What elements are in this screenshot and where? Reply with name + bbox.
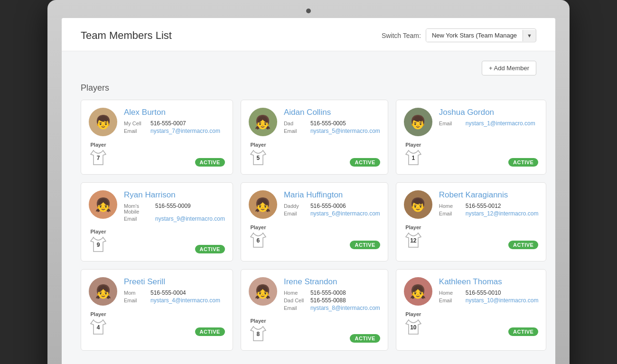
jersey: 8	[249, 325, 268, 343]
contact-row: Dad 516-555-0005	[284, 120, 380, 127]
contact-phone: 516-555-0010	[466, 289, 501, 296]
contact-label: Home	[439, 203, 463, 209]
contact-label: Email	[439, 121, 463, 126]
card-bottom: Player 9 ACTIVE	[89, 229, 225, 253]
avatar: 👧	[249, 108, 277, 136]
contact-info: Email nystars_1@intermacro.com	[439, 120, 535, 127]
status-badge: ACTIVE	[195, 158, 225, 167]
contact-email: nystars_6@intermacro.com	[310, 210, 380, 217]
member-card[interactable]: 👧 Kathleen Thomas Home 516-555-0010 Emai…	[396, 269, 547, 351]
member-card[interactable]: 👦 Robert Karagiannis Home 516-555-0012 E…	[396, 182, 547, 261]
player-section: Player 10	[404, 311, 423, 336]
contact-info: Home 516-555-0008 Dad Cell 516-555-0088 …	[284, 289, 380, 311]
member-info: Irene Strandon Home 516-555-0008 Dad Cel…	[284, 277, 380, 312]
card-bottom: Player 12 ACTIVE	[404, 224, 539, 249]
contact-label: Email	[284, 211, 308, 216]
switch-team-area: Switch Team: New York Stars (Team Manage…	[382, 28, 536, 42]
member-name[interactable]: Preeti Serill	[124, 277, 220, 287]
player-section: Player 6	[249, 224, 268, 249]
member-info: Alex Burton My Cell 516-555-0007 Email n…	[124, 108, 220, 135]
status-badge: ACTIVE	[508, 327, 538, 336]
member-card[interactable]: 👦 Joshua Gordon Email nystars_1@intermac…	[396, 100, 547, 175]
member-card[interactable]: 👧 Ryan Harrison Mom'sMobile 516-555-0009…	[81, 182, 233, 261]
members-grid: 👦 Alex Burton My Cell 516-555-0007 Email…	[81, 100, 536, 351]
contact-info: My Cell 516-555-0007 Email nystars_7@int…	[124, 120, 220, 134]
card-top: 👧 Ryan Harrison Mom'sMobile 516-555-0009…	[89, 190, 225, 223]
contact-row: Email nystars_10@intermacro.com	[439, 297, 539, 304]
avatar: 👧	[249, 277, 277, 306]
member-name[interactable]: Aidan Collins	[284, 108, 380, 117]
contact-info: Mom'sMobile 516-555-0009 Email nystars_9…	[124, 203, 225, 222]
player-section: Player 4	[89, 311, 108, 336]
status-badge: ACTIVE	[350, 334, 380, 343]
players-section-title: Players	[81, 83, 536, 93]
avatar: 👦	[89, 108, 117, 136]
card-bottom: Player 6 ACTIVE	[249, 224, 380, 249]
contact-email: nystars_7@intermacro.com	[150, 128, 220, 134]
member-name[interactable]: Ryan Harrison	[124, 190, 225, 200]
toolbar: + Add Member	[81, 61, 536, 75]
status-badge: ACTIVE	[195, 245, 225, 253]
member-name[interactable]: Maria Huffington	[284, 190, 380, 200]
status-badge: ACTIVE	[350, 158, 380, 167]
player-label: Player	[90, 311, 106, 317]
card-bottom: Player 4 ACTIVE	[89, 311, 225, 336]
member-card[interactable]: 👧 Aidan Collins Dad 516-555-0005 Email n…	[241, 100, 388, 175]
jersey: 1	[404, 149, 423, 167]
contact-email: nystars_5@intermacro.com	[310, 128, 380, 134]
contact-phone: 516-555-0009	[155, 203, 191, 209]
contact-row: My Cell 516-555-0007	[124, 120, 220, 127]
jersey-number: 5	[257, 155, 260, 161]
member-card[interactable]: 👧 Irene Strandon Home 516-555-0008 Dad C…	[241, 269, 388, 351]
contact-label: Dad Cell	[284, 298, 308, 303]
contact-label: Home	[439, 290, 463, 296]
member-name[interactable]: Alex Burton	[124, 108, 220, 117]
contact-label: Email	[439, 211, 463, 216]
contact-label: Email	[124, 216, 152, 222]
player-label: Player	[250, 318, 266, 324]
switch-team-dropdown[interactable]: New York Stars (Team Manage ▼	[426, 28, 536, 42]
chevron-down-icon: ▼	[523, 30, 536, 41]
card-top: 👦 Joshua Gordon Email nystars_1@intermac…	[404, 108, 539, 136]
member-card[interactable]: 👧 Maria Huffington Daddy 516-555-0006 Em…	[241, 182, 388, 261]
status-badge: ACTIVE	[508, 158, 538, 167]
contact-row: Email nystars_7@intermacro.com	[124, 128, 220, 134]
jersey: 12	[404, 231, 423, 249]
add-member-button[interactable]: + Add Member	[482, 61, 536, 75]
contact-row: Email nystars_1@intermacro.com	[439, 120, 535, 127]
contact-info: Mom 516-555-0004 Email nystars_4@interma…	[124, 289, 220, 304]
contact-email: nystars_10@intermacro.com	[466, 297, 539, 304]
jersey: 9	[89, 235, 108, 253]
contact-row: Home 516-555-0008	[284, 289, 380, 296]
card-bottom: Player 8 ACTIVE	[249, 318, 380, 343]
contact-row: Mom'sMobile 516-555-0009	[124, 203, 225, 215]
player-label: Player	[405, 224, 421, 230]
card-bottom: Player 5 ACTIVE	[249, 142, 380, 167]
contact-email: nystars_9@intermacro.com	[155, 215, 225, 222]
contact-label: Mom'sMobile	[124, 203, 152, 215]
avatar: 👦	[404, 108, 432, 136]
card-top: 👧 Preeti Serill Mom 516-555-0004 Email n…	[89, 277, 225, 306]
player-label: Player	[250, 142, 266, 148]
member-info: Aidan Collins Dad 516-555-0005 Email nys…	[284, 108, 380, 135]
card-top: 👧 Kathleen Thomas Home 516-555-0010 Emai…	[404, 277, 539, 306]
member-name[interactable]: Robert Karagiannis	[439, 190, 539, 200]
contact-email: nystars_1@intermacro.com	[466, 120, 535, 127]
contact-phone: 516-555-0012	[466, 203, 501, 209]
contact-row: Email nystars_6@intermacro.com	[284, 210, 380, 217]
member-name[interactable]: Irene Strandon	[284, 277, 380, 287]
member-info: Kathleen Thomas Home 516-555-0010 Email …	[439, 277, 539, 305]
member-card[interactable]: 👧 Preeti Serill Mom 516-555-0004 Email n…	[81, 269, 233, 351]
player-label: Player	[90, 142, 106, 148]
member-name[interactable]: Joshua Gordon	[439, 108, 535, 117]
contact-row: Home 516-555-0010	[439, 289, 539, 296]
jersey-number: 6	[257, 237, 260, 244]
member-name[interactable]: Kathleen Thomas	[439, 277, 539, 287]
card-top: 👧 Maria Huffington Daddy 516-555-0006 Em…	[249, 190, 380, 219]
player-label: Player	[405, 311, 421, 317]
status-badge: ACTIVE	[350, 241, 380, 249]
contact-phone: 516-555-0005	[310, 120, 346, 127]
member-card[interactable]: 👦 Alex Burton My Cell 516-555-0007 Email…	[81, 100, 233, 175]
contact-label: Email	[439, 298, 463, 303]
contact-phone: 516-555-0088	[310, 297, 346, 304]
